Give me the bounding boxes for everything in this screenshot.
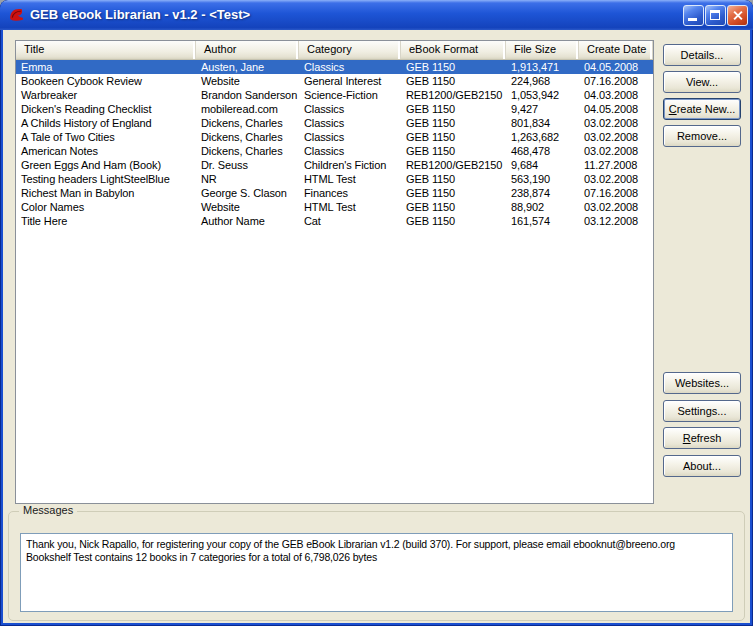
app-window: GEB eBook Librarian - v1.2 - <Test> Titl…: [0, 0, 753, 626]
cell-ebook-format: GEB 1150: [401, 130, 506, 144]
cell-author: Dr. Seuss: [196, 158, 299, 172]
cell-file-size: 238,874: [506, 186, 579, 200]
cell-file-size: 1,913,471: [506, 60, 579, 74]
maximize-button[interactable]: [705, 5, 726, 26]
column-header-author[interactable]: Author: [196, 41, 299, 59]
app-icon[interactable]: [8, 6, 25, 23]
book-list-header: TitleAuthorCategoryeBook FormatFile Size…: [16, 41, 653, 60]
cell-title: Bookeen Cybook Review: [16, 74, 196, 88]
messages-group: Messages Thank you, Nick Rapallo, for re…: [8, 511, 745, 621]
cell-author: Dickens, Charles: [196, 130, 299, 144]
cell-author: mobileread.com: [196, 102, 299, 116]
table-row[interactable]: Dicken's Reading Checklistmobileread.com…: [16, 102, 653, 116]
cell-create-date: 04.05.2008: [579, 102, 653, 116]
table-row[interactable]: Green Eggs And Ham (Book)Dr. SeussChildr…: [16, 158, 653, 172]
cell-ebook-format: GEB 1150: [401, 186, 506, 200]
column-header-file-size[interactable]: File Size: [506, 41, 579, 59]
cell-category: HTML Test: [299, 172, 401, 186]
cell-ebook-format: REB1200/GEB2150: [401, 158, 506, 172]
table-row[interactable]: A Childs History of EnglandDickens, Char…: [16, 116, 653, 130]
create-new-button[interactable]: Create New...: [663, 98, 741, 120]
message-line: Thank you, Nick Rapallo, for registering…: [26, 538, 727, 551]
cell-author: Brandon Sanderson: [196, 88, 299, 102]
titlebar[interactable]: GEB eBook Librarian - v1.2 - <Test>: [0, 0, 753, 30]
cell-file-size: 9,427: [506, 102, 579, 116]
table-row[interactable]: American NotesDickens, CharlesClassicsGE…: [16, 144, 653, 158]
table-row[interactable]: Color NamesWebsiteHTML TestGEB 115088,90…: [16, 200, 653, 214]
table-row[interactable]: A Tale of Two CitiesDickens, CharlesClas…: [16, 130, 653, 144]
window-title: GEB eBook Librarian - v1.2 - <Test>: [30, 0, 250, 29]
cell-ebook-format: GEB 1150: [401, 200, 506, 214]
remove-button[interactable]: Remove...: [663, 125, 741, 147]
cell-create-date: 04.05.2008: [579, 60, 653, 74]
cell-title: Testing headers LightSteelBlue: [16, 172, 196, 186]
cell-create-date: 07.16.2008: [579, 186, 653, 200]
cell-create-date: 03.02.2008: [579, 144, 653, 158]
details-button[interactable]: Details...: [663, 44, 741, 66]
cell-category: General Interest: [299, 74, 401, 88]
cell-title: A Tale of Two Cities: [16, 130, 196, 144]
table-row[interactable]: WarbreakerBrandon SandersonScience-Ficti…: [16, 88, 653, 102]
cell-category: HTML Test: [299, 200, 401, 214]
cell-author: Dickens, Charles: [196, 144, 299, 158]
column-header-category[interactable]: Category: [299, 41, 401, 59]
view-button[interactable]: View...: [663, 71, 741, 93]
cell-author: Austen, Jane: [196, 60, 299, 74]
cell-create-date: 03.02.2008: [579, 130, 653, 144]
table-row[interactable]: Title HereAuthor NameCatGEB 1150161,5740…: [16, 214, 653, 228]
column-header-ebook-format[interactable]: eBook Format: [401, 41, 506, 59]
cell-category: Classics: [299, 102, 401, 116]
cell-file-size: 563,190: [506, 172, 579, 186]
cell-file-size: 88,902: [506, 200, 579, 214]
cell-title: Dicken's Reading Checklist: [16, 102, 196, 116]
column-header-create-date[interactable]: Create Date: [579, 41, 653, 59]
cell-title: Emma: [16, 60, 196, 74]
settings-button[interactable]: Settings...: [663, 400, 741, 422]
messages-textbox[interactable]: Thank you, Nick Rapallo, for registering…: [20, 533, 733, 612]
message-line: Bookshelf Test contains 12 books in 7 ca…: [26, 551, 727, 564]
cell-file-size: 468,478: [506, 144, 579, 158]
cell-file-size: 224,968: [506, 74, 579, 88]
cell-author: NR: [196, 172, 299, 186]
minimize-button[interactable]: [683, 5, 704, 26]
about-button[interactable]: About...: [663, 455, 741, 477]
book-list-rows: EmmaAusten, JaneClassicsGEB 11501,913,47…: [16, 60, 653, 228]
cell-category: Classics: [299, 130, 401, 144]
cell-ebook-format: GEB 1150: [401, 116, 506, 130]
cell-ebook-format: GEB 1150: [401, 172, 506, 186]
column-header-title[interactable]: Title: [16, 41, 196, 59]
cell-title: Title Here: [16, 214, 196, 228]
cell-category: Cat: [299, 214, 401, 228]
cell-create-date: 03.02.2008: [579, 172, 653, 186]
close-button[interactable]: [727, 5, 748, 26]
cell-author: Dickens, Charles: [196, 116, 299, 130]
cell-create-date: 03.02.2008: [579, 116, 653, 130]
table-row[interactable]: Bookeen Cybook ReviewWebsiteGeneral Inte…: [16, 74, 653, 88]
cell-author: Author Name: [196, 214, 299, 228]
red-book-icon: [8, 6, 25, 23]
table-row[interactable]: Richest Man in BabylonGeorge S. ClasonFi…: [16, 186, 653, 200]
cell-category: Classics: [299, 60, 401, 74]
messages-label: Messages: [19, 504, 77, 516]
book-list: TitleAuthorCategoryeBook FormatFile Size…: [15, 40, 654, 504]
cell-ebook-format: GEB 1150: [401, 60, 506, 74]
websites-button[interactable]: Websites...: [663, 372, 741, 394]
cell-title: American Notes: [16, 144, 196, 158]
cell-author: Website: [196, 200, 299, 214]
cell-ebook-format: GEB 1150: [401, 102, 506, 116]
table-row[interactable]: Testing headers LightSteelBlueNRHTML Tes…: [16, 172, 653, 186]
cell-file-size: 9,684: [506, 158, 579, 172]
cell-author: Website: [196, 74, 299, 88]
cell-category: Classics: [299, 144, 401, 158]
cell-create-date: 03.12.2008: [579, 214, 653, 228]
cell-file-size: 1,263,682: [506, 130, 579, 144]
cell-category: Children's Fiction: [299, 158, 401, 172]
table-row[interactable]: EmmaAusten, JaneClassicsGEB 11501,913,47…: [16, 60, 653, 74]
cell-author: George S. Clason: [196, 186, 299, 200]
cell-title: Color Names: [16, 200, 196, 214]
refresh-button[interactable]: Refresh: [663, 427, 741, 449]
cell-create-date: 11.27.2008: [579, 158, 653, 172]
cell-create-date: 07.16.2008: [579, 74, 653, 88]
cell-category: Finances: [299, 186, 401, 200]
cell-category: Classics: [299, 116, 401, 130]
